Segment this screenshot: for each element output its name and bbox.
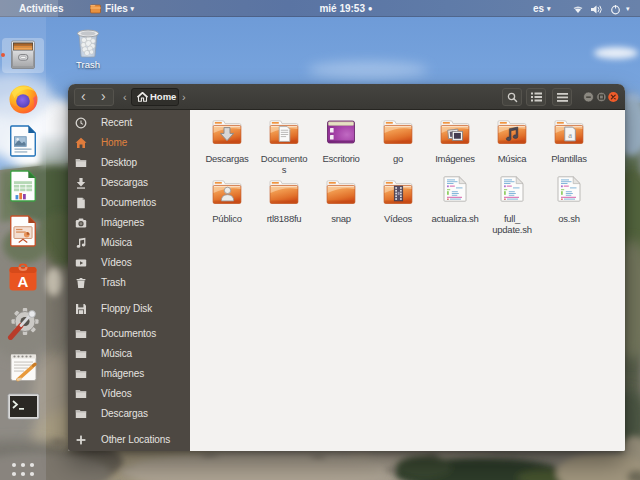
svg-text:A: A [18, 273, 29, 290]
